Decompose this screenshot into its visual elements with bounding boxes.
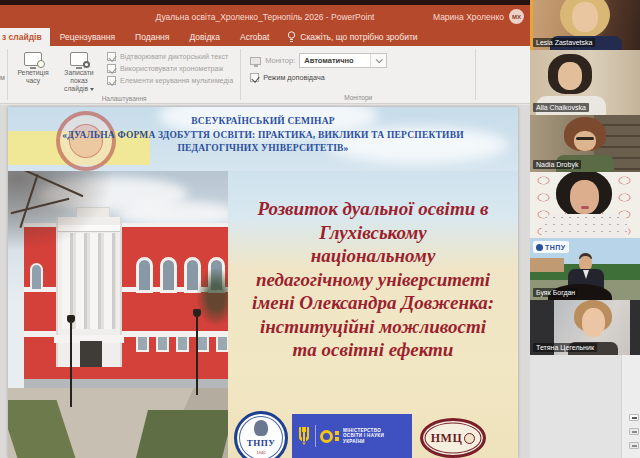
tnpu-logo-year: 1940 xyxy=(237,450,285,455)
clipped-ribbon-fragment: м xyxy=(0,46,7,103)
logo-divider xyxy=(315,425,316,447)
tell-me-label: Скажіть, що потрібно зробити xyxy=(300,32,417,42)
checkbox-play-narrations[interactable]: Відтворювати дикторський текст xyxy=(107,52,233,61)
presentation-title-line: педагогічному університеті xyxy=(230,268,516,292)
participant-name-label: Nadia Drobyk xyxy=(533,160,581,169)
checkbox-icon xyxy=(107,52,116,61)
ribbon-separator xyxy=(475,49,476,100)
slide-editing-area: ВСЕУКРАЇНСЬКИЙ СЕМІНАР «ДУАЛЬНА ФОРМА ЗД… xyxy=(0,105,530,458)
participant-name-label: Lesia Zastavetska xyxy=(533,38,595,47)
rehearse-timings-label: Репетиція часу xyxy=(12,69,54,85)
tell-me-box[interactable]: Скажіть, що потрібно зробити xyxy=(279,28,425,46)
university-building-photo xyxy=(8,171,228,458)
checkbox-icon xyxy=(107,76,116,85)
participant-tile-lesia-zastavetska[interactable]: Lesia Zastavetska xyxy=(530,0,640,50)
tab-review[interactable]: Рецензування xyxy=(50,28,125,46)
checkbox-presenter-view[interactable]: Режим доповідача xyxy=(250,73,466,82)
slide-right-panel: Розвиток дуальної освіти в Глухівському … xyxy=(228,171,518,458)
checkbox-label: Відтворювати дикторський текст xyxy=(120,52,228,61)
ribbon: м Репетиція часу Записати показ слайдів xyxy=(0,46,530,104)
record-slideshow-label-2: слайдів xyxy=(64,85,88,92)
rehearse-timings-button[interactable]: Репетиція часу xyxy=(11,48,55,94)
tnpu-portrait-icon xyxy=(254,420,268,436)
checkbox-icon xyxy=(107,64,116,73)
seminar-header-line: «ДУАЛЬНА ФОРМА ЗДОБУТТЯ ОСВІТИ: ПРАКТИКА… xyxy=(8,129,518,143)
presentation-title-line: Глухівському xyxy=(230,221,516,245)
record-slideshow-icon xyxy=(70,52,88,66)
tnpu-watermark-icon xyxy=(536,244,543,251)
glasses xyxy=(576,137,594,140)
settings-checkbox-column: Відтворювати дикторський текст Використо… xyxy=(103,48,237,94)
account-name: Марина Хроленко xyxy=(433,12,504,22)
tnpu-watermark-text: ТНПУ xyxy=(545,244,566,251)
powerpoint-window: Дуальна освіта_Хроленко_Тернопіль 2026 -… xyxy=(0,0,530,458)
group-label-settings: Налаштування xyxy=(8,94,240,104)
checkbox-label: Елементи керування мультимедіа xyxy=(120,76,233,85)
participant-name-label: Alla Chaikovska xyxy=(533,103,589,112)
rehearse-timings-icon xyxy=(24,52,42,66)
chevron-down-icon[interactable] xyxy=(370,54,386,67)
tnpu-watermark: ТНПУ xyxy=(533,241,569,253)
account-avatar[interactable]: МХ xyxy=(509,9,524,24)
record-slideshow-button[interactable]: Записати показ слайдів xyxy=(57,48,101,94)
logo-row: ТНПУ 1940 xyxy=(228,407,518,458)
participants-sidebar: Lesia Zastavetska Alla Chaikovska Nadia … xyxy=(530,0,640,458)
ribbon-group-settings: Репетиція часу Записати показ слайдів Ві… xyxy=(8,46,240,103)
tab-acrobat[interactable]: Acrobat xyxy=(230,28,279,46)
mes-o-mark-icon xyxy=(320,430,339,443)
presentation-title-line: інституційні можливості xyxy=(230,315,516,339)
account-area[interactable]: Марина Хроленко МХ xyxy=(433,5,524,28)
ribbon-tab-row: з слайдів Рецензування Подання Довідка A… xyxy=(0,28,530,46)
slide: ВСЕУКРАЇНСЬКИЙ СЕМІНАР «ДУАЛЬНА ФОРМА ЗД… xyxy=(8,107,518,458)
participant-name-label: Буяк Богдан xyxy=(533,288,578,297)
presentation-title: Розвиток дуальної освіти в Глухівському … xyxy=(230,197,516,362)
monitor-label: Монітор: xyxy=(265,56,295,65)
mes-logo-text: МІНІСТЕРСТВО ОСВІТИ І НАУКИ УКРАЇНИ xyxy=(343,428,384,445)
participant-tile-tetiana-tsehelnyk[interactable]: Тетяна Цегельник xyxy=(530,300,640,355)
tnpu-logo: ТНПУ 1940 xyxy=(234,411,288,458)
monitor-dropdown[interactable]: Автоматично xyxy=(299,53,387,68)
ribbon-group-monitors: Монітор: Автоматично Режим доповідача Мо… xyxy=(241,46,475,103)
clipped-toolbar-icon xyxy=(629,442,639,449)
participant-tile-unnamed[interactable] xyxy=(530,172,640,238)
nmc-emblem-icon xyxy=(464,433,475,444)
record-slideshow-label-1: Записати показ xyxy=(64,69,93,84)
participant-tile-buiak-bohdan[interactable]: ТНПУ Буяк Богдан xyxy=(530,238,640,300)
nmc-logo-text: НМЦ xyxy=(431,431,463,446)
seminar-header-line: ПЕДАГОГІЧНИХ УНІВЕРСИТЕТІВ» xyxy=(8,142,518,156)
monitor-icon xyxy=(250,57,261,65)
lamp-post xyxy=(196,317,198,395)
checkbox-label: Режим доповідача xyxy=(263,73,324,82)
tab-slideshow-clipped[interactable]: з слайдів xyxy=(0,28,50,46)
presentation-title-line: імені Олександра Довженка: xyxy=(230,291,516,315)
presentation-title-line: та освітні ефекти xyxy=(230,338,516,362)
nmc-logo: НМЦ xyxy=(420,418,486,458)
lamp-post xyxy=(70,323,72,407)
trident-icon xyxy=(297,426,311,446)
seminar-header: ВСЕУКРАЇНСЬКИЙ СЕМІНАР «ДУАЛЬНА ФОРМА ЗД… xyxy=(8,115,518,156)
participant-name-label: Тетяна Цегельник xyxy=(533,343,597,352)
lightbulb-icon xyxy=(287,31,296,43)
tab-help[interactable]: Довідка xyxy=(179,28,230,46)
checkbox-label: Використовувати хронометраж xyxy=(120,64,223,73)
dropdown-arrow-icon xyxy=(90,88,94,91)
participant-tile-alla-chaikovska[interactable]: Alla Chaikovska xyxy=(530,50,640,115)
ministry-of-education-logo: МІНІСТЕРСТВО ОСВІТИ І НАУКИ УКРАЇНИ xyxy=(292,414,412,458)
clipped-toolbar-icon xyxy=(629,414,639,421)
screen: Дуальна освіта_Хроленко_Тернопіль 2026 -… xyxy=(0,0,640,458)
title-bar: Дуальна освіта_Хроленко_Тернопіль 2026 -… xyxy=(0,5,530,28)
group-label-monitors: Монітори xyxy=(241,93,475,103)
checkbox-icon xyxy=(250,73,259,82)
participant-tile-nadia-drobyk[interactable]: Nadia Drobyk xyxy=(530,115,640,172)
seminar-header-line: ВСЕУКРАЇНСЬКИЙ СЕМІНАР xyxy=(8,115,518,129)
presentation-title-line: Розвиток дуальної освіти в xyxy=(230,197,516,221)
presentation-title-line: національному xyxy=(230,244,516,268)
tab-view[interactable]: Подання xyxy=(125,28,179,46)
checkbox-media-controls[interactable]: Елементи керування мультимедіа xyxy=(107,76,233,85)
monitor-dropdown-value: Автоматично xyxy=(300,56,353,65)
clipped-toolbar-icon xyxy=(629,428,639,435)
checkbox-use-timings[interactable]: Використовувати хронометраж xyxy=(107,64,233,73)
tnpu-logo-text: ТНПУ xyxy=(237,438,285,448)
campus-background xyxy=(530,258,564,272)
